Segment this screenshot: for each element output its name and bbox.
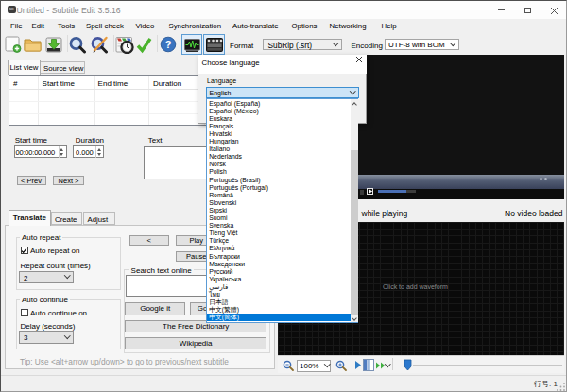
svg-text:?: ? [165, 39, 172, 50]
